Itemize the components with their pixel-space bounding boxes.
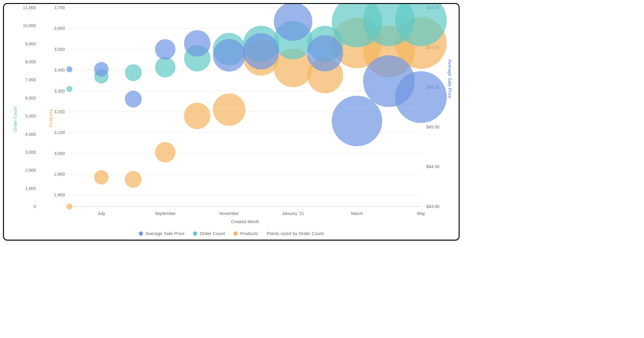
svg-text:9,000: 9,000 [25,41,36,46]
bubble[interactable] [125,64,142,81]
chart-canvas: 01,0002,0003,0004,0005,0006,0007,0008,00… [4,4,459,240]
bubble[interactable] [94,62,109,77]
svg-text:January '21: January '21 [282,211,304,216]
svg-text:5,000: 5,000 [25,114,36,118]
legend-dot-icon [139,231,143,236]
bubble[interactable] [184,103,210,129]
legend-label: Order Count [200,231,225,236]
svg-text:0: 0 [33,204,36,209]
svg-text:3,100: 3,100 [54,130,65,135]
bubble[interactable] [243,33,279,69]
bubble[interactable] [94,170,109,185]
svg-text:3,500: 3,500 [54,47,65,52]
svg-text:Created Month: Created Month [231,219,259,224]
legend-item-order-count[interactable]: Order Count [193,231,225,236]
bubble[interactable] [125,91,142,108]
bubble[interactable] [332,96,382,146]
svg-text:1,000: 1,000 [25,186,36,191]
bubble[interactable] [125,171,142,188]
svg-text:3,700: 3,700 [54,5,65,10]
svg-text:3,400: 3,400 [54,68,65,72]
svg-text:May: May [417,211,425,216]
bubble[interactable] [155,142,175,163]
chart-frame: 01,0002,0003,0004,0005,0006,0007,0008,00… [3,3,460,241]
svg-text:7,000: 7,000 [25,77,36,82]
bubble[interactable] [184,30,210,57]
bubble[interactable] [66,86,72,92]
svg-text:September: September [155,211,176,216]
bubble[interactable] [66,66,72,72]
legend-label: Average Sale Price [145,231,184,236]
bubble[interactable] [66,203,72,209]
svg-text:2,800: 2,800 [54,192,65,197]
axis-title-avg-sale-price: Average Sale Price [447,59,453,98]
bubble[interactable] [213,39,246,72]
svg-text:$43.00: $43.00 [426,204,439,209]
svg-text:$45.00: $45.00 [426,125,439,129]
svg-text:July: July [98,211,105,216]
bubble[interactable] [274,4,313,41]
svg-text:3,000: 3,000 [54,151,65,156]
svg-text:6,000: 6,000 [25,96,36,100]
legend-item-avg-sale-price[interactable]: Average Sale Price [139,231,184,236]
legend-dot-icon [193,231,197,236]
axis-title-order-count: Order Count [12,107,18,132]
svg-text:10,000: 10,000 [23,23,36,28]
legend-dot-icon [233,231,238,236]
bubble[interactable] [395,71,447,123]
svg-text:3,000: 3,000 [25,150,36,155]
legend-note-label: Points sized by Order Count [267,231,324,236]
legend-item-products[interactable]: Products [233,231,258,236]
legend-label: Products [240,231,258,236]
bubble[interactable] [155,57,175,77]
svg-text:3,200: 3,200 [54,109,65,114]
svg-text:2,000: 2,000 [25,168,36,173]
legend-note: Points sized by Order Count [267,231,324,236]
legend: Average Sale Price Order Count Products … [4,231,459,236]
svg-text:8,000: 8,000 [25,59,36,64]
svg-text:$44.00: $44.00 [426,164,439,169]
svg-text:11,000: 11,000 [23,5,36,10]
svg-text:3,600: 3,600 [54,26,65,31]
axis-title-products: Products [48,109,53,127]
svg-text:March: March [351,211,363,216]
svg-text:2,900: 2,900 [54,172,65,177]
svg-text:November: November [219,211,239,216]
svg-text:3,300: 3,300 [54,89,65,93]
bubble[interactable] [213,93,246,126]
bubble[interactable] [155,39,175,59]
bubble[interactable] [307,35,343,72]
svg-text:4,000: 4,000 [25,132,36,137]
